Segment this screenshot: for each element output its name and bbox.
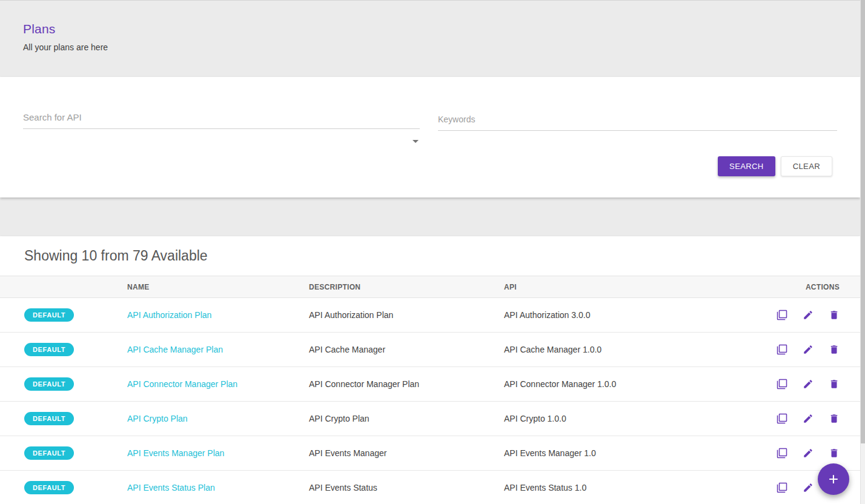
copy-icon[interactable] [777,482,787,493]
page-subtitle: All your plans are here [23,42,865,52]
table-row: DEFAULT API Authorization Plan API Autho… [0,298,860,333]
column-header-description: DESCRIPTION [309,283,504,291]
plan-description: API Crypto Plan [309,414,504,423]
plan-api: API Connector Manager 1.0.0 [504,379,764,389]
table-row: DEFAULT API Cache Manager Plan API Cache… [0,333,860,367]
column-header-api: API [504,283,764,291]
copy-icon[interactable] [777,448,787,459]
add-plan-fab[interactable]: + [818,463,849,495]
plan-description: API Events Manager [309,448,504,458]
page-title: Plans [23,22,865,36]
table-row: DEFAULT API Crypto Plan API Crypto Plan … [0,402,860,436]
results-summary: Showing 10 from 79 Available [0,236,860,276]
edit-pencil-icon[interactable] [803,310,814,320]
status-badge: DEFAULT [24,481,74,494]
chevron-down-icon[interactable] [413,140,419,143]
search-buttons: SEARCH CLEAR [718,156,832,176]
search-button[interactable]: SEARCH [718,156,775,176]
plan-api: API Events Manager 1.0 [504,448,764,458]
results-panel: Showing 10 from 79 Available NAME DESCRI… [0,236,860,504]
plan-api: API Crypto 1.0.0 [504,414,764,423]
keywords-input[interactable] [438,111,837,131]
scrollbar-thumb[interactable] [861,0,865,443]
trash-icon[interactable] [829,310,840,320]
plan-name-link[interactable]: API Events Manager Plan [127,448,224,458]
status-badge: DEFAULT [24,377,74,391]
plan-name-link[interactable]: API Cache Manager Plan [127,345,223,354]
clear-button[interactable]: CLEAR [781,156,832,176]
trash-icon[interactable] [829,344,840,355]
status-badge: DEFAULT [24,343,74,356]
edit-pencil-icon[interactable] [803,379,814,390]
table-row: DEFAULT API Events Manager Plan API Even… [0,436,860,471]
plan-api: API Authorization 3.0.0 [504,310,764,320]
table-row: DEFAULT API Connector Manager Plan API C… [0,367,860,402]
status-badge: DEFAULT [24,446,74,460]
page-header: Plans All your plans are here [0,0,865,77]
column-header-name: NAME [127,283,309,291]
copy-icon[interactable] [777,310,787,320]
scrollbar[interactable] [860,0,865,504]
edit-pencil-icon[interactable] [803,344,814,355]
copy-icon[interactable] [777,344,787,355]
section-gap [0,197,865,236]
table-header-row: NAME DESCRIPTION API ACTIONS [0,276,860,298]
trash-icon[interactable] [829,448,840,459]
trash-icon[interactable] [829,379,840,390]
copy-icon[interactable] [777,413,787,424]
plan-name-link[interactable]: API Authorization Plan [127,310,211,320]
edit-pencil-icon[interactable] [803,413,814,424]
status-badge: DEFAULT [24,308,74,322]
trash-icon[interactable] [829,413,840,424]
plan-api: API Cache Manager 1.0.0 [504,345,764,354]
api-select-field[interactable] [23,108,420,129]
plan-api: API Events Status 1.0 [504,483,764,492]
keywords-field[interactable] [438,111,837,131]
edit-pencil-icon[interactable] [803,448,814,459]
status-badge: DEFAULT [24,412,74,425]
plan-name-link[interactable]: API Crypto Plan [127,414,188,423]
plan-name-link[interactable]: API Connector Manager Plan [127,379,237,389]
plan-name-link[interactable]: API Events Status Plan [127,483,215,492]
plan-description: API Events Status [309,483,504,492]
copy-icon[interactable] [777,379,787,390]
search-panel: SEARCH CLEAR [0,77,860,197]
edit-pencil-icon[interactable] [803,482,814,493]
top-border [0,0,865,1]
api-search-input[interactable] [23,108,420,129]
table-row: DEFAULT API Events Status Plan API Event… [0,471,860,504]
plan-description: API Cache Manager [309,345,504,354]
column-header-actions: ACTIONS [806,283,860,291]
plan-description: API Connector Manager Plan [309,379,504,389]
plan-description: API Authorization Plan [309,310,504,320]
